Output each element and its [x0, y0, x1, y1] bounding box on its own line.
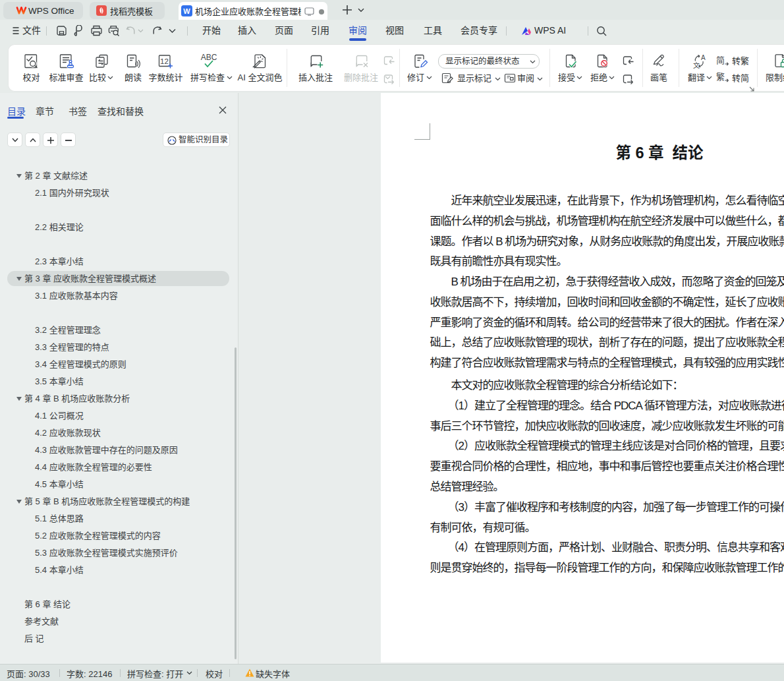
svg-text:文: 文 [693, 61, 700, 69]
svg-text:A: A [701, 54, 706, 61]
svg-text:W: W [183, 7, 190, 15]
svg-text:12: 12 [160, 57, 169, 65]
svg-text:ABC: ABC [201, 53, 217, 62]
